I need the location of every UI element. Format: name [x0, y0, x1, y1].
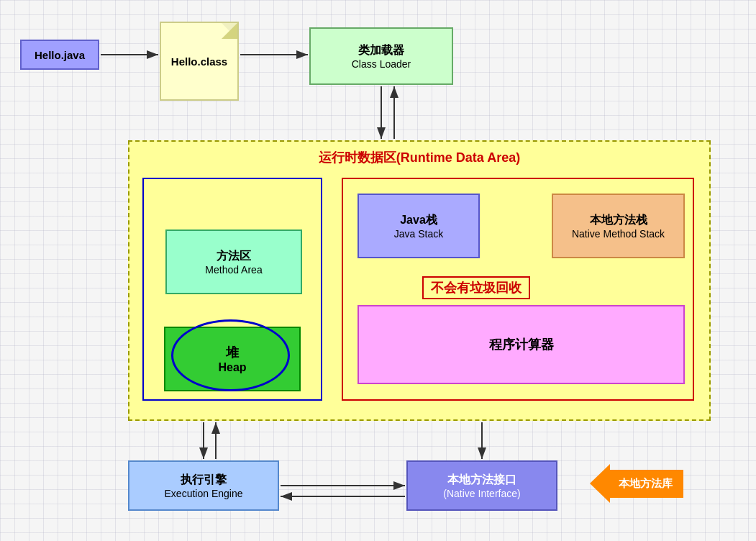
java-stack-label-zh: Java栈 — [400, 213, 437, 228]
canvas: Hello.java Hello.class 类加载器 Class Loader… — [0, 0, 756, 541]
exec-engine-box: 执行引擎 Execution Engine — [128, 460, 279, 511]
native-interface-box: 本地方法接口 (Native Interface) — [406, 460, 557, 511]
native-stack-label-zh: 本地方法栈 — [590, 213, 647, 228]
right-section: Java栈 Java Stack 本地方法栈 Native Method Sta… — [342, 178, 694, 401]
left-section: 方法区 Method Area 堆 Heap — [142, 178, 322, 401]
native-lib-body: 本地方法库 — [608, 470, 683, 498]
hello-java-label: Hello.java — [35, 49, 85, 61]
native-interface-label-en: (Native Interface) — [443, 488, 520, 499]
method-area-label-zh: 方法区 — [217, 249, 251, 264]
exec-engine-label-en: Execution Engine — [165, 488, 243, 499]
method-area-box: 方法区 Method Area — [165, 229, 302, 294]
runtime-data-area: 运行时数据区(Runtime Data Area) 方法区 Method Are… — [128, 140, 711, 421]
native-lib-label: 本地方法库 — [619, 477, 673, 491]
heap-oval — [171, 319, 290, 391]
sticky-corner — [222, 23, 237, 39]
native-interface-label-zh: 本地方法接口 — [447, 473, 516, 488]
native-stack-box: 本地方法栈 Native Method Stack — [552, 194, 685, 258]
program-counter-label: 程序计算器 — [489, 336, 554, 353]
java-stack-box: Java栈 Java Stack — [357, 194, 480, 258]
native-lib-arrow-shape: 本地方法库 — [590, 464, 683, 504]
class-loader-box: 类加载器 Class Loader — [309, 27, 453, 85]
hello-java-box: Hello.java — [20, 40, 99, 70]
hello-class-box: Hello.class — [160, 22, 239, 101]
class-loader-label-en: Class Loader — [352, 58, 411, 70]
runtime-title: 运行时数据区(Runtime Data Area) — [129, 149, 709, 166]
no-gc-label: 不会有垃圾回收 — [422, 276, 530, 299]
heap-container: 堆 Heap — [164, 319, 304, 399]
exec-engine-label-zh: 执行引擎 — [181, 473, 227, 488]
native-lib-container: 本地方法库 — [590, 464, 683, 504]
native-lib-chevron — [590, 464, 610, 503]
method-area-label-en: Method Area — [205, 264, 262, 276]
native-stack-label-en: Native Method Stack — [572, 228, 665, 240]
hello-class-label: Hello.class — [171, 55, 227, 68]
class-loader-label-zh: 类加载器 — [358, 43, 404, 58]
java-stack-label-en: Java Stack — [394, 228, 443, 240]
program-counter-box: 程序计算器 — [357, 305, 685, 384]
